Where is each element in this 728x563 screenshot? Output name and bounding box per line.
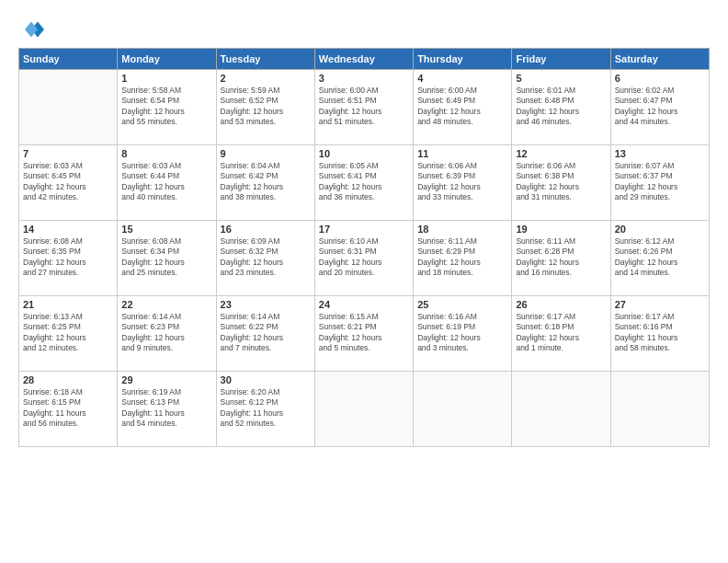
day-number: 18 (417, 224, 507, 235)
day-info: Sunrise: 6:15 AM Sunset: 6:21 PM Dayligh… (319, 312, 409, 354)
page: SundayMondayTuesdayWednesdayThursdayFrid… (0, 0, 728, 563)
col-header-friday: Friday (512, 49, 610, 70)
day-cell: 15Sunrise: 6:08 AM Sunset: 6:34 PM Dayli… (118, 221, 216, 296)
day-number: 15 (121, 224, 211, 235)
day-info: Sunrise: 6:12 AM Sunset: 6:26 PM Dayligh… (615, 236, 705, 279)
col-header-sunday: Sunday (19, 49, 118, 70)
day-cell (414, 372, 512, 447)
day-cell: 14Sunrise: 6:08 AM Sunset: 6:35 PM Dayli… (19, 221, 118, 296)
day-cell: 7Sunrise: 6:03 AM Sunset: 6:45 PM Daylig… (19, 145, 118, 221)
day-cell: 5Sunrise: 6:01 AM Sunset: 6:48 PM Daylig… (512, 70, 610, 145)
day-cell: 16Sunrise: 6:09 AM Sunset: 6:32 PM Dayli… (216, 221, 314, 296)
col-header-wednesday: Wednesday (314, 49, 413, 70)
day-cell: 25Sunrise: 6:16 AM Sunset: 6:19 PM Dayli… (414, 296, 512, 372)
day-cell: 18Sunrise: 6:11 AM Sunset: 6:29 PM Dayli… (414, 221, 512, 296)
day-cell: 19Sunrise: 6:11 AM Sunset: 6:28 PM Dayli… (512, 221, 610, 296)
day-number: 4 (417, 73, 507, 84)
col-header-tuesday: Tuesday (216, 49, 314, 70)
week-row-1: 7Sunrise: 6:03 AM Sunset: 6:45 PM Daylig… (19, 145, 710, 221)
day-info: Sunrise: 6:14 AM Sunset: 6:22 PM Dayligh… (221, 312, 311, 354)
day-info: Sunrise: 5:59 AM Sunset: 6:52 PM Dayligh… (221, 86, 311, 128)
day-info: Sunrise: 6:00 AM Sunset: 6:49 PM Dayligh… (417, 86, 507, 128)
day-number: 26 (516, 299, 606, 310)
day-info: Sunrise: 6:07 AM Sunset: 6:37 PM Dayligh… (615, 161, 705, 203)
day-number: 14 (23, 224, 113, 235)
day-info: Sunrise: 6:06 AM Sunset: 6:38 PM Dayligh… (516, 161, 606, 203)
day-info: Sunrise: 6:11 AM Sunset: 6:29 PM Dayligh… (417, 236, 507, 279)
col-header-thursday: Thursday (414, 49, 512, 70)
day-cell: 4Sunrise: 6:00 AM Sunset: 6:49 PM Daylig… (414, 70, 512, 145)
day-cell: 22Sunrise: 6:14 AM Sunset: 6:23 PM Dayli… (118, 296, 216, 372)
col-header-saturday: Saturday (610, 49, 709, 70)
day-info: Sunrise: 6:03 AM Sunset: 6:44 PM Dayligh… (121, 161, 211, 203)
day-cell: 20Sunrise: 6:12 AM Sunset: 6:26 PM Dayli… (610, 221, 709, 296)
day-info: Sunrise: 6:08 AM Sunset: 6:35 PM Dayligh… (23, 236, 113, 279)
day-number: 12 (516, 148, 606, 159)
day-info: Sunrise: 6:06 AM Sunset: 6:39 PM Dayligh… (417, 161, 507, 203)
day-number: 22 (121, 299, 211, 310)
day-cell: 23Sunrise: 6:14 AM Sunset: 6:22 PM Dayli… (216, 296, 314, 372)
day-number: 5 (516, 73, 606, 84)
week-row-4: 28Sunrise: 6:18 AM Sunset: 6:15 PM Dayli… (19, 372, 710, 447)
day-cell: 9Sunrise: 6:04 AM Sunset: 6:42 PM Daylig… (216, 145, 314, 221)
week-row-0: 1Sunrise: 5:58 AM Sunset: 6:54 PM Daylig… (19, 70, 710, 145)
day-info: Sunrise: 6:13 AM Sunset: 6:25 PM Dayligh… (23, 312, 113, 354)
day-number: 16 (221, 224, 311, 235)
day-info: Sunrise: 6:10 AM Sunset: 6:31 PM Dayligh… (319, 236, 409, 279)
day-info: Sunrise: 6:09 AM Sunset: 6:32 PM Dayligh… (221, 236, 311, 279)
day-number: 2 (221, 73, 311, 84)
day-number: 13 (615, 148, 705, 159)
day-cell (610, 372, 709, 447)
calendar-body: 1Sunrise: 5:58 AM Sunset: 6:54 PM Daylig… (19, 70, 710, 447)
day-info: Sunrise: 6:16 AM Sunset: 6:19 PM Dayligh… (417, 312, 507, 354)
day-info: Sunrise: 6:14 AM Sunset: 6:23 PM Dayligh… (121, 312, 211, 354)
day-number: 10 (319, 148, 409, 159)
day-number: 9 (221, 148, 311, 159)
day-cell: 30Sunrise: 6:20 AM Sunset: 6:12 PM Dayli… (216, 372, 314, 447)
day-cell: 10Sunrise: 6:05 AM Sunset: 6:41 PM Dayli… (314, 145, 413, 221)
day-number: 28 (23, 374, 113, 385)
day-info: Sunrise: 6:04 AM Sunset: 6:42 PM Dayligh… (221, 161, 311, 203)
day-cell: 2Sunrise: 5:59 AM Sunset: 6:52 PM Daylig… (216, 70, 314, 145)
day-cell (19, 70, 118, 145)
day-number: 24 (319, 299, 409, 310)
day-number: 19 (516, 224, 606, 235)
day-number: 6 (615, 73, 705, 84)
day-cell: 26Sunrise: 6:17 AM Sunset: 6:18 PM Dayli… (512, 296, 610, 372)
logo-icon (18, 17, 44, 42)
day-info: Sunrise: 6:00 AM Sunset: 6:51 PM Dayligh… (319, 86, 409, 128)
calendar-header: SundayMondayTuesdayWednesdayThursdayFrid… (19, 49, 710, 70)
day-number: 11 (417, 148, 507, 159)
day-info: Sunrise: 6:18 AM Sunset: 6:15 PM Dayligh… (23, 387, 113, 430)
day-info: Sunrise: 6:08 AM Sunset: 6:34 PM Dayligh… (121, 236, 211, 279)
day-cell: 29Sunrise: 6:19 AM Sunset: 6:13 PM Dayli… (118, 372, 216, 447)
day-cell: 1Sunrise: 5:58 AM Sunset: 6:54 PM Daylig… (118, 70, 216, 145)
col-header-monday: Monday (118, 49, 216, 70)
day-info: Sunrise: 6:05 AM Sunset: 6:41 PM Dayligh… (319, 161, 409, 203)
day-info: Sunrise: 6:11 AM Sunset: 6:28 PM Dayligh… (516, 236, 606, 279)
day-number: 30 (221, 374, 311, 385)
day-number: 17 (319, 224, 409, 235)
day-cell: 13Sunrise: 6:07 AM Sunset: 6:37 PM Dayli… (610, 145, 709, 221)
day-number: 25 (417, 299, 507, 310)
day-cell: 27Sunrise: 6:17 AM Sunset: 6:16 PM Dayli… (610, 296, 709, 372)
day-number: 27 (615, 299, 705, 310)
day-cell: 3Sunrise: 6:00 AM Sunset: 6:51 PM Daylig… (314, 70, 413, 145)
day-cell: 11Sunrise: 6:06 AM Sunset: 6:39 PM Dayli… (414, 145, 512, 221)
day-info: Sunrise: 6:19 AM Sunset: 6:13 PM Dayligh… (121, 387, 211, 430)
day-cell (314, 372, 413, 447)
header-row: SundayMondayTuesdayWednesdayThursdayFrid… (19, 49, 710, 70)
day-info: Sunrise: 6:01 AM Sunset: 6:48 PM Dayligh… (516, 86, 606, 128)
week-row-2: 14Sunrise: 6:08 AM Sunset: 6:35 PM Dayli… (19, 221, 710, 296)
day-info: Sunrise: 6:03 AM Sunset: 6:45 PM Dayligh… (23, 161, 113, 203)
day-cell: 24Sunrise: 6:15 AM Sunset: 6:21 PM Dayli… (314, 296, 413, 372)
day-cell: 8Sunrise: 6:03 AM Sunset: 6:44 PM Daylig… (118, 145, 216, 221)
day-number: 1 (121, 73, 211, 84)
day-cell: 12Sunrise: 6:06 AM Sunset: 6:38 PM Dayli… (512, 145, 610, 221)
calendar-table: SundayMondayTuesdayWednesdayThursdayFrid… (18, 48, 710, 447)
logo (18, 17, 48, 42)
day-info: Sunrise: 6:17 AM Sunset: 6:18 PM Dayligh… (516, 312, 606, 354)
day-number: 21 (23, 299, 113, 310)
day-cell: 17Sunrise: 6:10 AM Sunset: 6:31 PM Dayli… (314, 221, 413, 296)
day-cell: 28Sunrise: 6:18 AM Sunset: 6:15 PM Dayli… (19, 372, 118, 447)
